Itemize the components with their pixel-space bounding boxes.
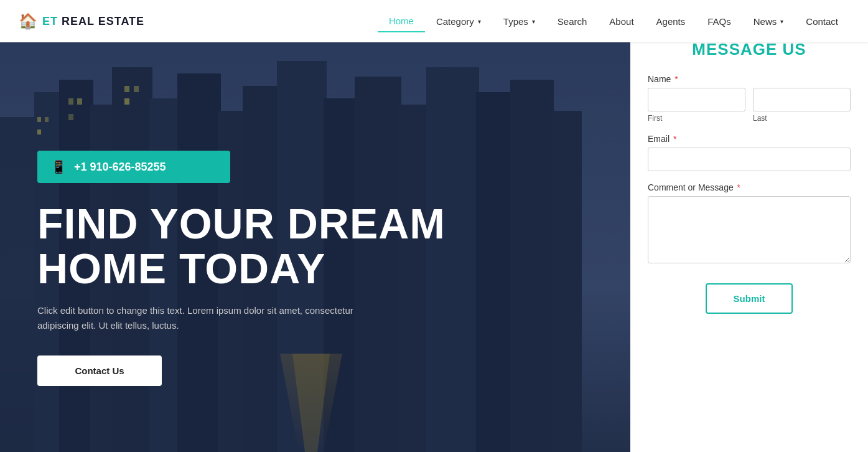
nav-item-home[interactable]: Home xyxy=(378,11,425,32)
hero-description: Click edit button to change this text. L… xyxy=(37,303,386,333)
email-label: Email * xyxy=(648,134,851,144)
name-row: First Last xyxy=(648,88,851,123)
last-name-col: Last xyxy=(753,88,851,123)
last-label: Last xyxy=(753,114,851,123)
nav-menu: Home Category ▾ Types ▾ Search About xyxy=(378,11,849,32)
hero-section: 📱 +1 910-626-85255 FIND YOUR DREAM HOME … xyxy=(0,42,630,452)
chevron-down-icon: ▾ xyxy=(478,18,481,25)
message-required: * xyxy=(737,182,740,192)
navbar: 🏠 ET REAL ESTATE Home Category ▾ Types ▾ xyxy=(0,0,868,42)
email-input[interactable] xyxy=(648,148,851,171)
nav-item-types[interactable]: Types ▾ xyxy=(492,11,546,32)
email-group: Email * xyxy=(648,134,851,171)
nav-item-about[interactable]: About xyxy=(598,11,645,32)
nav-item-search[interactable]: Search xyxy=(546,11,599,32)
nav-item-faqs[interactable]: FAQs xyxy=(696,11,742,32)
email-required: * xyxy=(673,134,676,144)
nav-item-agents[interactable]: Agents xyxy=(645,11,697,32)
last-name-input[interactable] xyxy=(753,88,851,111)
hero-title: FIND YOUR DREAM HOME TODAY xyxy=(37,202,510,291)
logo-text: ET REAL ESTATE xyxy=(42,15,144,28)
message-label: Comment or Message * xyxy=(648,182,851,192)
form-panel: Need help? MESSAGE US Name * First Last … xyxy=(630,0,868,452)
nav-item-contact[interactable]: Contact xyxy=(795,11,849,32)
first-label: First xyxy=(648,114,745,123)
chevron-down-icon: ▾ xyxy=(532,18,535,25)
first-name-col: First xyxy=(648,88,745,123)
name-required: * xyxy=(674,74,678,84)
message-us-title: MESSAGE US xyxy=(648,40,851,59)
nav-item-news[interactable]: News ▾ xyxy=(742,11,795,32)
phone-badge[interactable]: 📱 +1 910-626-85255 xyxy=(37,151,230,183)
logo[interactable]: 🏠 ET REAL ESTATE xyxy=(19,12,144,30)
first-name-input[interactable] xyxy=(648,88,745,111)
message-group: Comment or Message * xyxy=(648,182,851,266)
contact-us-button[interactable]: Contact Us xyxy=(37,355,162,386)
logo-icon: 🏠 xyxy=(19,12,37,30)
phone-icon: 📱 xyxy=(51,159,67,174)
submit-button[interactable]: Submit xyxy=(706,283,793,314)
name-label: Name * xyxy=(648,74,851,84)
hero-content: 📱 +1 910-626-85255 FIND YOUR DREAM HOME … xyxy=(0,85,548,452)
name-group: Name * First Last xyxy=(648,74,851,123)
message-textarea[interactable] xyxy=(648,196,851,263)
phone-number: +1 910-626-85255 xyxy=(74,161,166,174)
nav-item-category[interactable]: Category ▾ xyxy=(425,11,492,32)
chevron-down-icon: ▾ xyxy=(780,18,783,25)
